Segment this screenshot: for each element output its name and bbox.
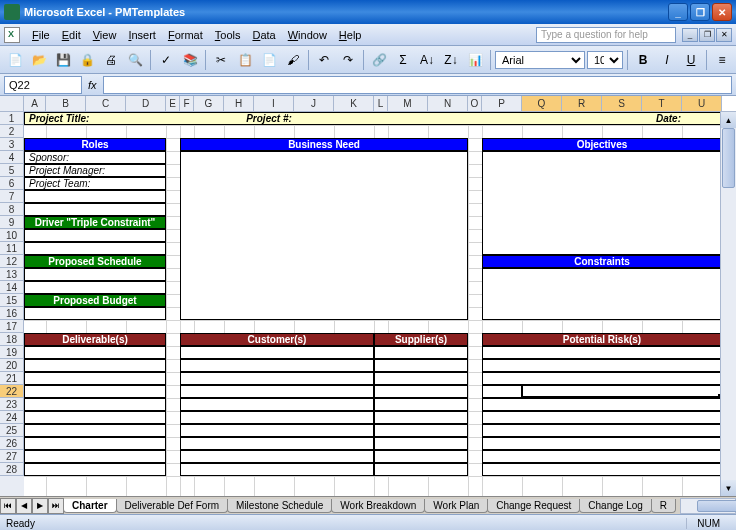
customer-row-20[interactable] [180, 359, 374, 372]
risk-row-23[interactable] [482, 398, 722, 411]
deliverable-row-27[interactable] [24, 450, 166, 463]
supplier-row-20[interactable] [374, 359, 468, 372]
roles-empty-1[interactable] [24, 190, 166, 203]
deliverables-header[interactable]: Deliverable(s) [24, 333, 166, 346]
sheet-tab-charter[interactable]: Charter [63, 499, 117, 513]
constraints-header[interactable]: Constraints [482, 255, 722, 268]
horizontal-scrollbar[interactable] [680, 498, 736, 514]
sheet-tab-milestone-schedule[interactable]: Milestone Schedule [227, 499, 332, 513]
deliverable-row-28[interactable] [24, 463, 166, 476]
hscroll-thumb[interactable] [697, 500, 736, 512]
budget-empty[interactable] [24, 307, 166, 320]
objectives-header[interactable]: Objectives [482, 138, 722, 151]
menu-insert[interactable]: Insert [122, 27, 162, 43]
name-box[interactable]: Q22 [4, 76, 82, 94]
customer-row-25[interactable] [180, 424, 374, 437]
business-need-area[interactable] [180, 151, 468, 320]
row-header-21[interactable]: 21 [0, 372, 24, 385]
col-header-O[interactable]: O [468, 96, 482, 112]
vscroll-thumb[interactable] [722, 128, 735, 188]
column-headers[interactable]: ABCDEFGHIJKLMNOPQRSTUV [24, 96, 720, 112]
close-button[interactable]: ✕ [712, 3, 732, 21]
objectives-area[interactable] [482, 151, 722, 255]
row-header-17[interactable]: 17 [0, 320, 24, 333]
menu-view[interactable]: View [87, 27, 123, 43]
doc-minimize-button[interactable]: _ [682, 28, 698, 42]
minimize-button[interactable]: _ [668, 3, 688, 21]
redo-icon[interactable]: ↷ [337, 49, 359, 71]
risk-row-24[interactable] [482, 411, 722, 424]
undo-icon[interactable]: ↶ [313, 49, 335, 71]
menu-edit[interactable]: Edit [56, 27, 87, 43]
new-icon[interactable]: 📄 [4, 49, 26, 71]
font-size-select[interactable]: 10 [587, 51, 623, 69]
supplier-row-23[interactable] [374, 398, 468, 411]
scroll-down-icon[interactable]: ▼ [721, 480, 736, 496]
row-header-4[interactable]: 4 [0, 151, 24, 164]
risk-row-21[interactable] [482, 372, 722, 385]
col-header-I[interactable]: I [254, 96, 294, 112]
supplier-row-27[interactable] [374, 450, 468, 463]
row-header-12[interactable]: 12 [0, 255, 24, 268]
scroll-up-icon[interactable]: ▲ [721, 112, 736, 128]
col-header-H[interactable]: H [224, 96, 254, 112]
col-header-K[interactable]: K [334, 96, 374, 112]
col-header-B[interactable]: B [46, 96, 86, 112]
col-header-A[interactable]: A [24, 96, 46, 112]
row-header-20[interactable]: 20 [0, 359, 24, 372]
schedule-header[interactable]: Proposed Schedule [24, 255, 166, 268]
deliverable-row-25[interactable] [24, 424, 166, 437]
customer-row-22[interactable] [180, 385, 374, 398]
row-header-16[interactable]: 16 [0, 307, 24, 320]
risk-row-26[interactable] [482, 437, 722, 450]
row-header-22[interactable]: 22 [0, 385, 24, 398]
supplier-row-28[interactable] [374, 463, 468, 476]
deliverable-row-19[interactable] [24, 346, 166, 359]
risk-row-22[interactable] [482, 385, 722, 398]
supplier-row-25[interactable] [374, 424, 468, 437]
doc-icon[interactable] [4, 27, 20, 43]
col-header-L[interactable]: L [374, 96, 388, 112]
triple-constraint-header[interactable]: Driver "Triple Constraint" [24, 216, 166, 229]
cut-icon[interactable]: ✂ [210, 49, 232, 71]
supplier-row-26[interactable] [374, 437, 468, 450]
risk-row-20[interactable] [482, 359, 722, 372]
formula-input[interactable] [103, 76, 732, 94]
worksheet-grid[interactable]: ABCDEFGHIJKLMNOPQRSTUV 12345678910111213… [0, 96, 736, 496]
menu-window[interactable]: Window [282, 27, 333, 43]
row-header-1[interactable]: 1 [0, 112, 24, 125]
open-icon[interactable]: 📂 [28, 49, 50, 71]
customer-row-19[interactable] [180, 346, 374, 359]
hyperlink-icon[interactable]: 🔗 [368, 49, 390, 71]
row-header-27[interactable]: 27 [0, 450, 24, 463]
col-header-F[interactable]: F [180, 96, 194, 112]
triple-empty-2[interactable] [24, 242, 166, 255]
project-manager-cell[interactable]: Project Manager: [24, 164, 166, 177]
header-row[interactable]: Project Title:Project #:Date: [24, 112, 722, 125]
row-header-10[interactable]: 10 [0, 229, 24, 242]
align-left-icon[interactable]: ≡ [711, 49, 733, 71]
italic-icon[interactable]: I [656, 49, 678, 71]
sort-desc-icon[interactable]: Z↓ [440, 49, 462, 71]
roles-empty-2[interactable] [24, 203, 166, 216]
row-header-2[interactable]: 2 [0, 125, 24, 138]
chart-icon[interactable]: 📊 [464, 49, 486, 71]
schedule-empty-1[interactable] [24, 268, 166, 281]
suppliers-header[interactable]: Supplier(s) [374, 333, 468, 346]
row-header-19[interactable]: 19 [0, 346, 24, 359]
sheet-tab-work-breakdown[interactable]: Work Breakdown [331, 499, 425, 513]
copy-icon[interactable]: 📋 [234, 49, 256, 71]
customer-row-26[interactable] [180, 437, 374, 450]
supplier-row-21[interactable] [374, 372, 468, 385]
col-header-M[interactable]: M [388, 96, 428, 112]
business-need-header[interactable]: Business Need [180, 138, 468, 151]
menu-format[interactable]: Format [162, 27, 209, 43]
row-header-8[interactable]: 8 [0, 203, 24, 216]
help-search-box[interactable]: Type a question for help [536, 27, 676, 43]
row-header-25[interactable]: 25 [0, 424, 24, 437]
col-header-V[interactable]: V [722, 96, 736, 112]
bold-icon[interactable]: B [632, 49, 654, 71]
deliverable-row-26[interactable] [24, 437, 166, 450]
print-preview-icon[interactable]: 🔍 [124, 49, 146, 71]
col-header-E[interactable]: E [166, 96, 180, 112]
